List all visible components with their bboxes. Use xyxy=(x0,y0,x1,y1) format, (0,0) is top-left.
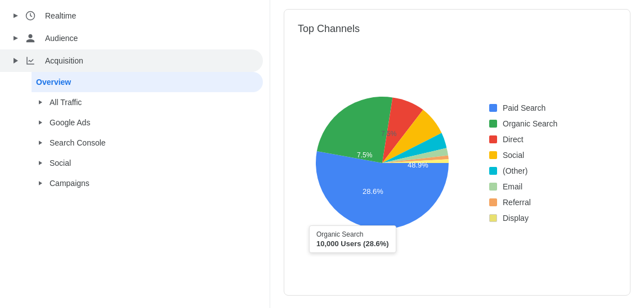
legend-color-organic-search xyxy=(489,120,497,128)
sidebar-item-acquisition[interactable]: Acquisition xyxy=(0,49,263,72)
sidebar-item-overview[interactable]: Overview xyxy=(32,72,263,92)
audience-label: Audience xyxy=(45,34,78,43)
search-console-label: Search Console xyxy=(50,138,106,147)
legend-item-paid-search[interactable]: Paid Search xyxy=(489,103,579,112)
expand-arrow-search-console xyxy=(36,138,45,147)
pie-chart-container: 48.9% 28.6% 7.5% 7.5% Organic Search 10,… xyxy=(298,62,467,264)
legend-color-social xyxy=(489,151,497,159)
legend-item-other[interactable]: (Other) xyxy=(489,166,579,175)
tooltip-label: Organic Search xyxy=(316,230,389,238)
legend-color-other xyxy=(489,167,497,175)
chart-title: Top Channels xyxy=(298,23,616,35)
tooltip-value: 10,000 Users (28.6%) xyxy=(316,239,389,248)
campaigns-label: Campaigns xyxy=(50,179,90,188)
realtime-label: Realtime xyxy=(45,11,76,20)
legend-color-direct xyxy=(489,135,497,143)
label-organic-search: 28.6% xyxy=(363,187,383,196)
legend-label-paid-search: Paid Search xyxy=(503,103,545,112)
acquisition-icon xyxy=(25,55,36,66)
sidebar: Realtime Audience Acquisition Overview xyxy=(0,0,270,308)
legend-item-display[interactable]: Display xyxy=(489,214,579,223)
legend-label-email: Email xyxy=(503,182,522,191)
label-paid-search: 48.9% xyxy=(408,161,428,169)
legend-label-referral: Referral xyxy=(503,198,531,207)
expand-arrow-audience xyxy=(11,34,20,43)
google-ads-label: Google Ads xyxy=(50,118,90,127)
sidebar-item-all-traffic[interactable]: All Traffic xyxy=(32,92,263,112)
svg-marker-6 xyxy=(39,141,42,145)
legend-item-organic-search[interactable]: Organic Search xyxy=(489,119,579,128)
legend-item-social[interactable]: Social xyxy=(489,151,579,160)
legend-label-organic-search: Organic Search xyxy=(503,119,557,128)
svg-marker-5 xyxy=(39,120,42,125)
chart-tooltip: Organic Search 10,000 Users (28.6%) xyxy=(309,225,396,253)
legend-color-display xyxy=(489,214,497,222)
label-direct: 7.5% xyxy=(357,151,373,159)
legend-label-direct: Direct xyxy=(503,135,524,144)
sidebar-item-audience[interactable]: Audience xyxy=(0,27,263,49)
label-social: 7.5% xyxy=(381,130,397,138)
legend-label-social: Social xyxy=(503,151,524,160)
sidebar-item-search-console[interactable]: Search Console xyxy=(32,133,263,153)
overview-label: Overview xyxy=(36,78,71,87)
expand-arrow-social xyxy=(36,158,45,167)
person-icon xyxy=(25,33,36,44)
acquisition-label: Acquisition xyxy=(45,56,83,65)
chart-legend: Paid Search Organic Search Direct Social… xyxy=(489,103,579,223)
expand-arrow-all-traffic xyxy=(36,98,45,107)
expand-arrow-realtime xyxy=(11,11,20,20)
legend-item-referral[interactable]: Referral xyxy=(489,198,579,207)
top-channels-card: Top Channels xyxy=(284,9,630,296)
svg-marker-7 xyxy=(39,161,42,165)
clock-icon xyxy=(25,10,36,21)
legend-item-email[interactable]: Email xyxy=(489,182,579,191)
sidebar-item-social[interactable]: Social xyxy=(32,153,263,173)
expand-arrow-acquisition xyxy=(11,56,20,65)
legend-item-direct[interactable]: Direct xyxy=(489,135,579,144)
all-traffic-label: All Traffic xyxy=(50,98,82,107)
svg-marker-4 xyxy=(39,100,42,105)
svg-marker-0 xyxy=(14,13,18,18)
sidebar-item-campaigns[interactable]: Campaigns xyxy=(32,173,263,193)
expand-arrow-google-ads xyxy=(36,118,45,127)
main-content: Top Channels xyxy=(270,0,644,308)
legend-color-paid-search xyxy=(489,104,497,112)
svg-marker-3 xyxy=(14,58,18,64)
legend-label-display: Display xyxy=(503,214,529,223)
acquisition-subnav: Overview All Traffic Google Ads Search C… xyxy=(0,72,270,193)
sidebar-item-google-ads[interactable]: Google Ads xyxy=(32,112,263,133)
legend-label-other: (Other) xyxy=(503,166,527,175)
svg-marker-2 xyxy=(14,36,18,40)
svg-marker-8 xyxy=(39,181,42,185)
legend-color-email xyxy=(489,183,497,191)
sidebar-item-realtime[interactable]: Realtime xyxy=(0,4,263,27)
pie-chart: 48.9% 28.6% 7.5% 7.5% xyxy=(303,84,461,242)
chart-area: 48.9% 28.6% 7.5% 7.5% Organic Search 10,… xyxy=(298,44,616,282)
expand-arrow-campaigns xyxy=(36,179,45,188)
social-label: Social xyxy=(50,158,71,167)
legend-color-referral xyxy=(489,198,497,206)
